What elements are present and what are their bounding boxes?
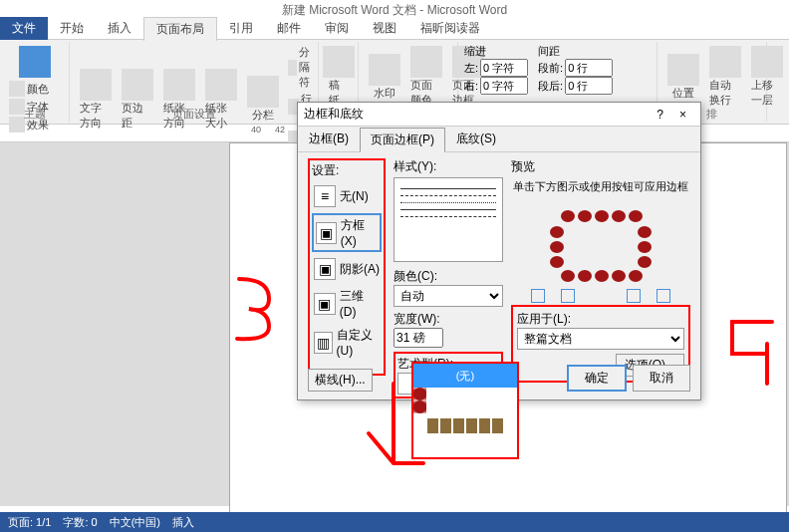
border-toggle-b[interactable] (561, 289, 575, 303)
tab-review[interactable]: 审阅 (313, 17, 361, 40)
border-toggle-br[interactable] (627, 289, 641, 303)
art-option-party[interactable] (413, 413, 517, 437)
settings-label: 设置: (312, 162, 382, 179)
orientation[interactable]: 纸张方向 (159, 67, 199, 133)
style-list[interactable] (394, 177, 503, 262)
indent-left[interactable]: 左: (464, 59, 528, 77)
color-select[interactable]: 自动 (394, 285, 503, 307)
width-input[interactable] (394, 328, 443, 348)
size[interactable]: 纸张大小 (201, 67, 241, 133)
dialog-help[interactable]: ? (649, 108, 671, 122)
tab-foxit[interactable]: 福昕阅读器 (408, 17, 492, 40)
group-theme-label: 主题 (0, 107, 69, 122)
spacing-after[interactable]: 段后: (538, 77, 613, 95)
border-toggle-r[interactable] (657, 289, 670, 303)
width-label: 宽度(W): (394, 311, 503, 328)
tab-view[interactable]: 视图 (361, 17, 408, 40)
window-title: 新建 Microsoft Word 文档 - Microsoft Word (0, 0, 789, 18)
theme-colors[interactable]: 颜色 (6, 80, 63, 98)
status-page[interactable]: 页面: 1/1 (8, 515, 51, 530)
dlg-tab-shading[interactable]: 底纹(S) (445, 127, 507, 151)
group-pagesetup-label: 页面设置 (70, 107, 318, 122)
settings-column: 设置: ≡无(N) ▣方框(X) ▣阴影(A) ▣三维(D) ▥自定义(U) (308, 158, 386, 376)
tab-insert[interactable]: 插入 (96, 17, 143, 40)
watermark[interactable]: 水印 (365, 52, 404, 103)
art-dropdown[interactable]: (无) (411, 362, 519, 459)
ribbon-tabs: 文件 开始 插入 页面布局 引用 邮件 审阅 视图 福昕阅读器 (0, 18, 789, 40)
indent-right[interactable]: 右: (464, 77, 528, 95)
horiz-line-button[interactable]: 横线(H)... (308, 369, 373, 392)
setting-shadow[interactable]: ▣阴影(A) (312, 256, 382, 282)
ok-button[interactable]: 确定 (567, 365, 627, 392)
cancel-button[interactable]: 取消 (633, 365, 690, 392)
tab-mailings[interactable]: 邮件 (265, 17, 313, 40)
dialog-close[interactable]: × (671, 108, 694, 122)
setting-custom[interactable]: ▥自定义(U) (312, 325, 382, 360)
status-insert[interactable]: 插入 (172, 515, 194, 530)
apply-label: 应用于(L): (517, 311, 684, 328)
style-label: 样式(Y): (394, 158, 503, 175)
spacing-label: 间距 (538, 44, 613, 59)
dlg-tab-borders[interactable]: 边框(B) (298, 127, 360, 151)
border-toggle-bl[interactable] (531, 289, 545, 303)
page-color[interactable]: 页面颜色 (406, 44, 446, 110)
preview-box[interactable] (511, 198, 690, 303)
borders-shading-dialog: 边框和底纹 ? × 边框(B) 页面边框(P) 底纹(S) 设置: ≡无(N) … (297, 102, 701, 400)
margins[interactable]: 页边距 (118, 67, 157, 133)
dialog-title: 边框和底纹 (304, 106, 649, 123)
tab-references[interactable]: 引用 (217, 17, 265, 40)
tab-file[interactable]: 文件 (0, 17, 48, 40)
apply-select[interactable]: 整篇文档 (517, 328, 684, 350)
art-option-candy1[interactable] (413, 388, 426, 400)
status-lang[interactable]: 中文(中国) (110, 515, 160, 530)
position[interactable]: 位置 (663, 52, 703, 103)
text-direction[interactable]: 文字方向 (76, 67, 116, 133)
color-label: 颜色(C): (394, 268, 503, 285)
wrap-text[interactable]: 自动换行 (705, 44, 745, 110)
preview-hint: 单击下方图示或使用按钮可应用边框 (511, 179, 690, 194)
art-option-candy2[interactable] (413, 400, 426, 413)
status-words[interactable]: 字数: 0 (63, 515, 97, 530)
tab-home[interactable]: 开始 (48, 17, 96, 40)
status-bar: 页面: 1/1 字数: 0 中文(中国) 插入 (0, 512, 789, 532)
indent-label: 缩进 (464, 44, 528, 59)
tab-layout[interactable]: 页面布局 (143, 17, 217, 41)
dlg-tab-page-border[interactable]: 页面边框(P) (360, 128, 445, 152)
bring-forward[interactable]: 上移一层 (747, 44, 787, 110)
themes-button[interactable] (6, 44, 63, 80)
art-option-none[interactable]: (无) (413, 364, 517, 388)
setting-3d[interactable]: ▣三维(D) (312, 286, 382, 321)
breaks[interactable]: 分隔符 (285, 44, 320, 91)
spacing-before[interactable]: 段前: (538, 59, 613, 77)
preview-label: 预览 (511, 158, 690, 175)
setting-box[interactable]: ▣方框(X) (312, 213, 382, 252)
setting-none[interactable]: ≡无(N) (312, 183, 382, 209)
